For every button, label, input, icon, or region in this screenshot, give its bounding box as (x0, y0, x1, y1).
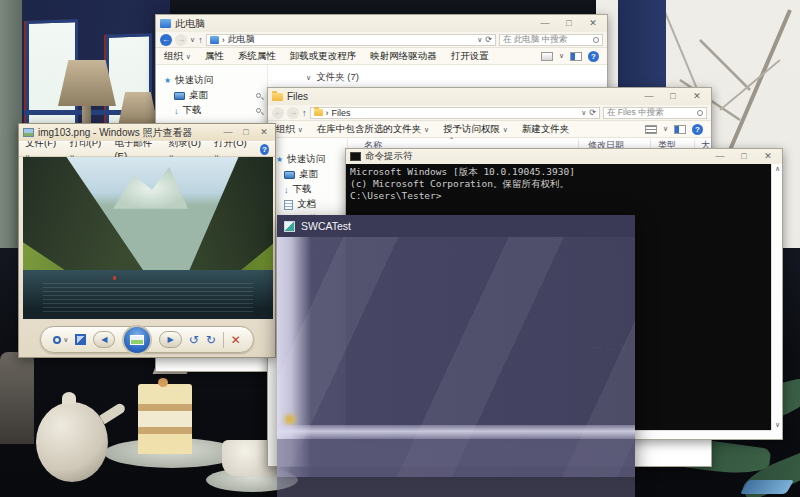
preview-pane-icon[interactable] (674, 125, 686, 134)
sidebar-item-downloads[interactable]: ↓ 下载 (156, 103, 267, 118)
toolbar-new-folder[interactable]: 新建文件夹 (522, 123, 570, 136)
files-toolbar: 组织 ∨ 在库中包含所选的文件夹 ∨ 授予访问权限 ∨ 新建文件夹 ∨ ? (268, 121, 711, 138)
close-button[interactable]: ✕ (756, 150, 780, 163)
toolbar-properties[interactable]: 属性 (205, 50, 224, 63)
help-button[interactable]: ? (692, 124, 703, 135)
cmd-prompt: C:\Users\Tester> (350, 190, 767, 202)
controls-divider (223, 332, 224, 348)
files-address-bar[interactable]: › Files ∨ ⟳ (310, 107, 601, 119)
collapse-icon: ∨ (306, 74, 311, 82)
sidebar-item-documents[interactable]: 文档 (268, 197, 347, 212)
close-button[interactable]: ✕ (255, 125, 273, 140)
documents-icon (284, 200, 293, 210)
next-button[interactable]: ▶ (159, 331, 181, 348)
refresh-icon[interactable]: ⟳ (589, 108, 596, 117)
minimize-button[interactable]: — (219, 125, 237, 140)
actual-size-icon[interactable] (75, 334, 86, 345)
toolbar-organize[interactable]: 组织 ∨ (164, 50, 191, 63)
back-button[interactable]: ← (160, 34, 172, 46)
sidebar-item-desktop[interactable]: 桌面 (268, 167, 347, 182)
swcatest-title: SWCATest (301, 220, 351, 232)
view-dropdown-icon[interactable]: ∨ (663, 125, 668, 133)
photo-viewer-title: img103.png - Windows 照片查看器 (38, 126, 193, 140)
minimize-button[interactable]: — (533, 16, 557, 31)
cmd-vertical-scrollbar[interactable]: ∧ ∨ (771, 164, 782, 430)
slideshow-button[interactable] (122, 325, 152, 355)
forward-button[interactable]: → (175, 34, 187, 46)
minimize-button[interactable]: — (637, 89, 661, 104)
this-pc-titlebar[interactable]: 此电脑 — □ ✕ (156, 15, 607, 32)
toolbar-uninstall-program[interactable]: 卸载或更改程序 (290, 50, 357, 63)
view-dropdown-icon[interactable]: ∨ (559, 52, 564, 60)
swcatest-app-icon (284, 221, 295, 232)
frosted-folder-glimpse (285, 415, 295, 424)
up-button[interactable]: ↑ (198, 35, 203, 45)
toolbar-organize[interactable]: 组织 ∨ (276, 123, 303, 136)
dropdown-icon: ∨ (186, 53, 191, 60)
help-button[interactable]: ? (260, 144, 269, 155)
desktop: 此电脑 — □ ✕ ← → ∨ ↑ › 此电脑 ∨ ⟳ 在 此电脑 中搜索 (0, 0, 800, 497)
dropdown-icon: ∨ (424, 126, 429, 133)
previous-icon: ◀ (101, 335, 107, 344)
toolbar-system-properties[interactable]: 系统属性 (238, 50, 276, 63)
photo-viewer-titlebar[interactable]: img103.png - Windows 照片查看器 — □ ✕ (19, 124, 275, 141)
back-button[interactable]: ← (272, 107, 284, 119)
sort-caret-icon: ˆ (450, 136, 453, 146)
delete-button[interactable]: ✕ (231, 333, 241, 347)
glass-object (740, 480, 794, 494)
address-dropdown-icon[interactable]: ∨ (581, 109, 586, 117)
files-search-input[interactable]: 在 Files 中搜索 (603, 107, 707, 119)
cmd-titlebar[interactable]: 命令提示符 — □ ✕ (346, 149, 782, 164)
maximize-button[interactable]: □ (237, 125, 255, 140)
address-text: 此电脑 (228, 33, 255, 46)
photo-image (23, 157, 273, 319)
this-pc-search-input[interactable]: 在 此电脑 中搜索 (499, 34, 603, 46)
search-icon (593, 37, 599, 43)
rotate-left-button[interactable]: ↺ (189, 333, 199, 347)
maximize-button[interactable]: □ (661, 89, 685, 104)
address-dropdown-icon[interactable]: ∨ (477, 36, 482, 44)
sidebar-item-desktop[interactable]: 桌面 (156, 88, 267, 103)
scroll-up-icon[interactable]: ∧ (772, 165, 783, 173)
scroll-down-icon[interactable]: ∨ (772, 421, 783, 429)
toolbar-map-network-drive[interactable]: 映射网络驱动器 (370, 50, 437, 63)
cake-slice (138, 384, 192, 454)
sidebar-item-quick-access[interactable]: ★ 快速访问 (156, 73, 267, 88)
files-address-row: ← → ↑ › Files ∨ ⟳ 在 Files 中搜索 (268, 105, 711, 121)
this-pc-title: 此电脑 (175, 17, 205, 31)
folders-section-header[interactable]: ∨ 文件夹 (7) (268, 65, 607, 84)
view-options-icon[interactable] (541, 52, 553, 61)
close-button[interactable]: ✕ (581, 16, 605, 31)
magnifier-icon (53, 336, 61, 344)
minimize-button[interactable]: — (708, 150, 732, 163)
toolbar-open-settings[interactable]: 打开设置 (451, 50, 489, 63)
close-button[interactable]: ✕ (685, 89, 709, 104)
zoom-button[interactable]: ∨ (53, 336, 68, 344)
dropdown-icon: ∨ (298, 126, 303, 133)
this-pc-address-bar[interactable]: › 此电脑 ∨ ⟳ (206, 34, 496, 46)
help-button[interactable]: ? (588, 51, 599, 62)
desktop-icon (174, 92, 185, 100)
forward-button[interactable]: → (287, 107, 299, 119)
rotate-right-button[interactable]: ↻ (206, 333, 216, 347)
up-button[interactable]: ↑ (302, 108, 307, 118)
list-view-icon[interactable] (645, 125, 657, 134)
swcatest-titlebar[interactable]: SWCATest — □ ✕ (277, 215, 635, 237)
maximize-button[interactable]: □ (732, 150, 756, 163)
cmd-line: (c) Microsoft Corporation。保留所有权利。 (350, 178, 767, 190)
maximize-button[interactable]: □ (557, 16, 581, 31)
toolbar-give-access[interactable]: 授予访问权限 ∨ (443, 123, 508, 136)
files-titlebar[interactable]: Files — □ ✕ (268, 88, 711, 105)
sidebar-item-downloads[interactable]: ↓ 下载 (268, 182, 347, 197)
swcatest-client-area[interactable] (277, 237, 635, 477)
address-text: Files (332, 108, 351, 118)
toolbar-include-in-library[interactable]: 在库中包含所选的文件夹 ∨ (317, 123, 429, 136)
previous-button[interactable]: ◀ (93, 331, 115, 348)
photo-viewer-menubar: 文件(F) ∨ 打印(P) ∨ 电子邮件(E) 刻录(U) ∨ 打开(O) ∨ … (19, 141, 275, 157)
refresh-icon[interactable]: ⟳ (485, 35, 492, 44)
sidebar-item-quick-access[interactable]: ★ 快速访问 (268, 152, 347, 167)
preview-pane-icon[interactable] (570, 52, 582, 61)
history-dropdown-icon[interactable]: ∨ (190, 36, 195, 44)
search-placeholder: 在 Files 中搜索 (607, 107, 664, 119)
zoom-dropdown-icon: ∨ (63, 336, 68, 344)
